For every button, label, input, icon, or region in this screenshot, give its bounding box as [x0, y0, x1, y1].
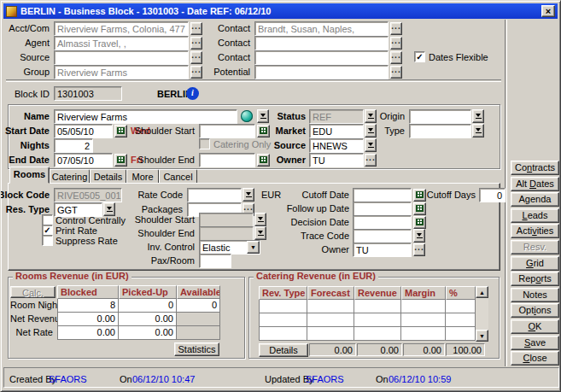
- follow-up-date-label: Follow up Date: [287, 203, 349, 214]
- save-button[interactable]: Save: [511, 336, 559, 350]
- source-field[interactable]: [54, 50, 189, 65]
- details-button[interactable]: Details: [259, 343, 308, 357]
- end-date-field[interactable]: 07/05/10: [54, 153, 113, 167]
- rooms-shoulder-start-dropdown-button[interactable]: [254, 213, 266, 226]
- trace-code-dropdown-button[interactable]: [413, 229, 425, 243]
- origin-dropdown-button[interactable]: [472, 109, 484, 123]
- suppress-rate-checkbox[interactable]: [42, 235, 53, 246]
- acct-com-lookup-button[interactable]: ...: [190, 22, 202, 35]
- potential-field[interactable]: [254, 65, 389, 79]
- agenda-button[interactable]: Agenda: [511, 192, 559, 207]
- group-field[interactable]: Riverview Farms: [54, 65, 189, 79]
- column-header-available: Available: [177, 285, 220, 299]
- contact2-label: Contact: [218, 38, 250, 49]
- net-revenue-available: [177, 313, 220, 326]
- reports-button[interactable]: Reports: [511, 272, 559, 286]
- ok-button[interactable]: OK: [511, 319, 559, 334]
- follow-up-date-field[interactable]: [353, 202, 412, 216]
- resv-button: Resv.: [511, 240, 559, 255]
- inv-control-value: Elastic: [202, 243, 230, 253]
- end-date-calendar-icon[interactable]: [114, 154, 127, 167]
- name-field[interactable]: Riverview Farms: [54, 109, 237, 124]
- market-field[interactable]: EDU: [309, 124, 364, 138]
- shoulder-start-field[interactable]: [199, 124, 255, 138]
- contact1-lookup-button[interactable]: ...: [390, 22, 402, 35]
- rooms-owner-field[interactable]: TU: [353, 243, 412, 257]
- rooms-shoulder-end-dropdown-button[interactable]: [254, 226, 266, 240]
- contracts-button[interactable]: Contracts: [511, 161, 559, 175]
- trace-code-field[interactable]: [353, 229, 412, 243]
- net-revenue-picked-up: 0.00: [119, 313, 177, 326]
- close-icon[interactable]: ×: [541, 5, 555, 17]
- origin-field[interactable]: [409, 109, 471, 124]
- column-header-rev-type: Rev. Type: [259, 286, 307, 300]
- tab-catering[interactable]: Catering: [50, 169, 90, 184]
- decision-date-calendar-icon[interactable]: [413, 216, 426, 229]
- general-source-dropdown-button[interactable]: [365, 138, 377, 152]
- tab-more[interactable]: More: [126, 169, 159, 184]
- rate-code-dropdown-button[interactable]: [243, 188, 254, 202]
- agent-lookup-button[interactable]: ...: [190, 37, 202, 50]
- scroll-up-icon[interactable]: ▲: [476, 286, 488, 298]
- total-revenue: 0.00: [357, 343, 402, 356]
- leads-button[interactable]: Leads: [511, 208, 559, 223]
- follow-up-calendar-icon[interactable]: [413, 202, 426, 215]
- calc-button: Calc.: [10, 286, 56, 298]
- source-lookup-button[interactable]: ...: [190, 51, 202, 64]
- general-owner-field[interactable]: TU: [309, 153, 364, 167]
- rooms-shoulder-end-label: Shoulder End: [137, 228, 195, 239]
- status-dropdown-button[interactable]: [365, 109, 377, 123]
- shoulder-end-calendar-icon[interactable]: [257, 154, 270, 167]
- nights-field[interactable]: 2: [54, 138, 93, 153]
- agent-field[interactable]: Almassi Travel, ,: [54, 36, 189, 50]
- shoulder-end-field[interactable]: [199, 153, 255, 167]
- close-button[interactable]: Close: [511, 351, 559, 366]
- contact1-field[interactable]: Brandt, Susan, Naples,: [254, 21, 389, 36]
- contact2-lookup-button[interactable]: ...: [390, 37, 402, 50]
- contact3-field[interactable]: [254, 50, 389, 65]
- cutoff-date-calendar-icon[interactable]: [413, 189, 426, 202]
- created-on-label: On: [120, 374, 132, 385]
- group-lookup-button[interactable]: ...: [190, 66, 202, 79]
- contact3-lookup-button[interactable]: ...: [390, 51, 402, 64]
- tab-cancel[interactable]: Cancel: [159, 169, 197, 184]
- pax-room-field[interactable]: [199, 254, 231, 268]
- info-icon[interactable]: i: [186, 87, 199, 100]
- type-field[interactable]: [409, 124, 471, 138]
- general-source-field[interactable]: HNEWS: [309, 138, 364, 153]
- notes-button[interactable]: Notes: [511, 288, 559, 302]
- cutoff-days-field[interactable]: 0: [479, 188, 505, 202]
- tab-details[interactable]: Details: [90, 169, 126, 184]
- acct-com-field[interactable]: Riverview Farms, Colonia, 477 550-36: [54, 21, 189, 36]
- type-dropdown-button[interactable]: [472, 124, 484, 137]
- decision-date-field[interactable]: [353, 215, 412, 230]
- row-label-net-revenue: Net Revenue: [10, 313, 57, 326]
- catering-revenue-table: Rev. Type Forecast Revenue Margin %: [259, 286, 476, 341]
- shoulder-start-calendar-icon[interactable]: [257, 125, 270, 137]
- chevron-down-icon[interactable]: ▼: [247, 241, 260, 254]
- alt-dates-button[interactable]: Alt Dates: [511, 177, 559, 191]
- market-dropdown-button[interactable]: [365, 124, 377, 137]
- grid-button[interactable]: Grid: [511, 256, 559, 271]
- inv-control-combobox[interactable]: Elastic ▼: [199, 240, 260, 255]
- options-button[interactable]: Options: [511, 303, 559, 318]
- activities-button[interactable]: Activities: [511, 224, 559, 238]
- start-date-field[interactable]: 05/05/10: [54, 124, 113, 138]
- potential-lookup-button[interactable]: ...: [390, 66, 402, 79]
- contact2-field[interactable]: [254, 36, 389, 50]
- start-date-calendar-icon[interactable]: [114, 125, 127, 137]
- globe-icon[interactable]: [241, 110, 253, 122]
- rooms-owner-lookup-button[interactable]: ...: [413, 243, 425, 256]
- rate-code-field[interactable]: [187, 188, 242, 202]
- statistics-button[interactable]: Statistics: [174, 342, 219, 356]
- tab-rooms[interactable]: Rooms: [9, 167, 50, 184]
- cutoff-date-field[interactable]: [353, 188, 412, 202]
- status-label: Status: [277, 111, 306, 122]
- catering-table-scrollbar[interactable]: ▲ ▼: [476, 286, 488, 342]
- scroll-down-icon[interactable]: ▼: [476, 330, 488, 342]
- end-date-label: End Date: [9, 155, 50, 166]
- general-owner-lookup-button[interactable]: ...: [365, 154, 377, 167]
- dates-flexible-checkbox[interactable]: ✓: [414, 51, 425, 62]
- name-dropdown-button[interactable]: [257, 109, 269, 123]
- res-type-dropdown-button[interactable]: [103, 202, 115, 216]
